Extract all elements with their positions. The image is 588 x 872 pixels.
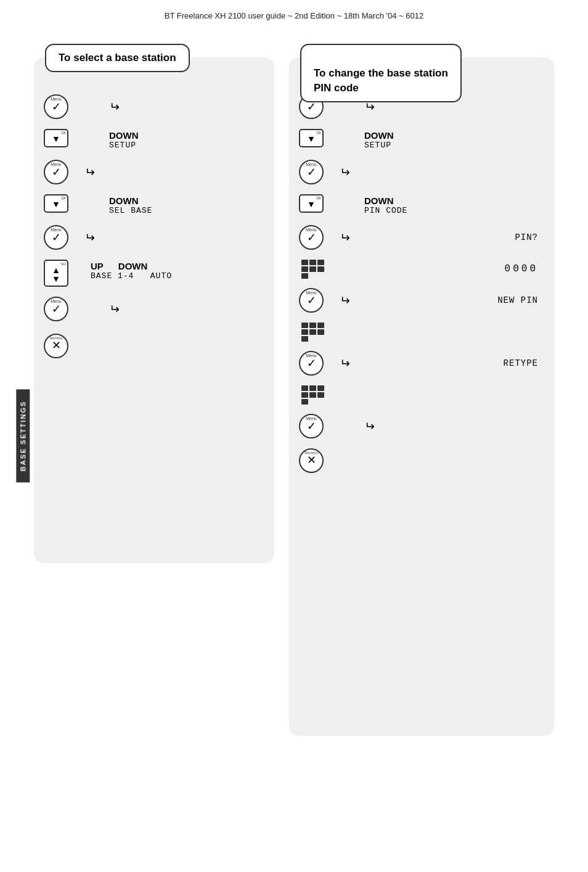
keypad-btn-2[interactable]: [299, 320, 325, 343]
down-setup-text: DOWN: [109, 130, 264, 141]
new-pin-text: NEW PIN: [497, 295, 538, 305]
down-btn-2[interactable]: Qk ▼: [44, 194, 68, 213]
left-panel-title: To select a base station: [45, 44, 190, 72]
down-selbase-text: DOWN: [109, 195, 264, 206]
updown-btn[interactable]: Vol ▲ ▼: [44, 260, 68, 287]
r-menu-check-btn-6[interactable]: Menu ✓: [299, 414, 324, 438]
left-step-3: Menu ✓ ↵: [44, 160, 264, 184]
r-pincode-mono-text: PIN CODE: [364, 206, 544, 215]
left-step-7: Menu ✓ ↵: [44, 297, 264, 321]
r-menu-check-btn-4[interactable]: Menu ✓: [299, 288, 324, 313]
right-step-8: [299, 320, 544, 343]
menu-check-btn-2[interactable]: Menu ✓: [44, 160, 68, 184]
selbase-mono-text: SEL BASE: [109, 206, 264, 215]
left-step-2: Qk ▼ DOWN SETUP: [44, 129, 264, 150]
updown-labels: UPDOWN: [91, 261, 264, 271]
right-step-5: Menu ✓ ↵ PIN?: [299, 225, 544, 250]
base-range-text: BASE 1-4 AUTO: [91, 271, 264, 281]
right-step-11: Menu ✓ ↵: [299, 414, 544, 438]
confirm-arrow-4: ↵: [109, 302, 120, 316]
r-down-btn-1[interactable]: Qk ▼: [299, 129, 324, 147]
right-step-7: Menu ✓ ↵ NEW PIN: [299, 288, 544, 313]
header-title: BT Freelance XH 2100 user guide ~ 2nd Ed…: [165, 11, 423, 20]
r-down-setup-text: DOWN: [364, 130, 544, 141]
right-panel: To change the base station PIN code Menu…: [289, 57, 554, 736]
left-step-6: Vol ▲ ▼ UPDOWN BASE 1-4 AUTO: [44, 260, 264, 287]
confirm-arrow-3: ↵: [84, 230, 95, 245]
left-step-5: Menu ✓ ↵: [44, 225, 264, 250]
retype-text: RETYPE: [504, 358, 538, 368]
setup-mono-text: SETUP: [109, 141, 264, 150]
left-step-4: Qk ▼ DOWN SEL BASE: [44, 194, 264, 215]
r-down-pincode-text: DOWN: [364, 195, 544, 206]
keypad-btn-3[interactable]: [299, 383, 325, 406]
left-step-1: Menu ✓ ↵: [44, 94, 264, 119]
r-confirm-arrow-2: ↵: [340, 165, 350, 179]
r-confirm-arrow-6: ↵: [364, 419, 375, 434]
keypad-btn-1[interactable]: [299, 257, 325, 281]
right-step-9: Menu ✓ ↵ RETYPE: [299, 351, 544, 376]
right-step-12: Secrecy ✕: [299, 448, 544, 473]
sidebar-label: BASE SETTINGS: [16, 390, 30, 483]
r-confirm-arrow-4: ↵: [340, 293, 350, 308]
r-menu-check-btn-2[interactable]: Menu ✓: [299, 160, 324, 184]
confirm-arrow-1: ↵: [109, 99, 120, 114]
right-step-3: Menu ✓ ↵: [299, 160, 544, 184]
down-btn-1[interactable]: Qk ▼: [44, 129, 68, 147]
right-step-6: 0000: [299, 257, 544, 281]
r-confirm-arrow-5: ↵: [340, 356, 350, 371]
menu-check-btn-4[interactable]: Menu ✓: [44, 297, 68, 321]
secrecy-btn-left[interactable]: Secrecy ✕: [44, 334, 68, 358]
r-menu-check-btn-3[interactable]: Menu ✓: [299, 225, 324, 250]
pin-prompt-text: PIN?: [515, 232, 538, 242]
confirm-arrow-2: ↵: [84, 165, 95, 179]
r-confirm-arrow-3: ↵: [340, 230, 350, 245]
page-header: BT Freelance XH 2100 user guide ~ 2nd Ed…: [0, 0, 588, 27]
r-setup-mono-text: SETUP: [364, 141, 544, 150]
right-step-10: [299, 383, 544, 406]
r-down-btn-2[interactable]: Qk ▼: [299, 194, 324, 213]
left-step-8: Secrecy ✕: [44, 334, 264, 358]
secrecy-btn-right[interactable]: Secrecy ✕: [299, 448, 324, 473]
right-panel-title: To change the base station PIN code: [300, 44, 462, 102]
right-step-4: Qk ▼ DOWN PIN CODE: [299, 194, 544, 215]
menu-check-btn-1[interactable]: Menu ✓: [44, 94, 68, 119]
pin-default-value: 0000: [505, 263, 538, 274]
r-menu-check-btn-5[interactable]: Menu ✓: [299, 351, 324, 376]
menu-check-btn-3[interactable]: Menu ✓: [44, 225, 68, 250]
right-step-2: Qk ▼ DOWN SETUP: [299, 129, 544, 150]
left-panel: To select a base station Menu ✓ ↵ Qk ▼ D…: [34, 57, 274, 563]
